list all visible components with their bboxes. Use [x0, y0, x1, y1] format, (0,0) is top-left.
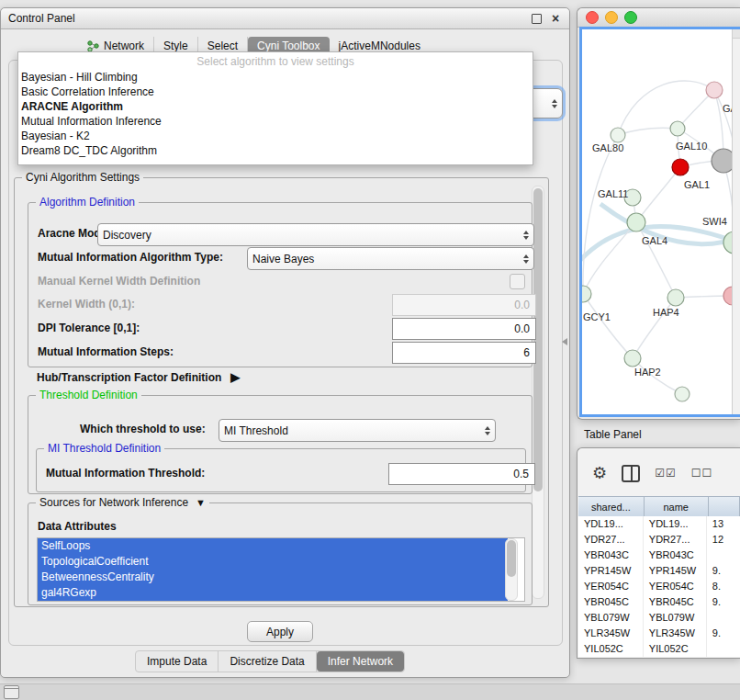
- combo-value: Discovery: [103, 229, 151, 242]
- attributes-scrollbar-thumb[interactable]: [507, 540, 516, 577]
- column-header-cut[interactable]: [709, 497, 740, 517]
- dpi-tolerance-field[interactable]: 0.0: [392, 318, 536, 340]
- tab-label: Discretize Data: [230, 655, 304, 668]
- minimize-button[interactable]: [605, 11, 618, 24]
- cell: 9.: [707, 626, 740, 641]
- tab-discretize-data[interactable]: Discretize Data: [219, 651, 316, 672]
- cell: [707, 610, 740, 626]
- group-title: Threshold Definition: [36, 389, 141, 401]
- aracne-mode-combo[interactable]: Discovery: [97, 223, 534, 246]
- attribute-item-selected[interactable]: SelfLoops: [38, 538, 508, 554]
- algorithm-dropdown-menu: Select algorithm to view settings Bayesi…: [17, 51, 533, 165]
- network-canvas[interactable]: GAL80 GAL10 GAL11 GAL1 SWI4 GAL4 GCY1 HA…: [579, 27, 740, 417]
- columns-icon[interactable]: [622, 465, 640, 482]
- attributes-scrollbar[interactable]: [505, 538, 518, 601]
- network-node[interactable]: [670, 121, 685, 136]
- cell: YER054C: [578, 579, 644, 594]
- menu-item[interactable]: Basic Correlation Inference: [18, 85, 533, 99]
- bottom-scroll-strip[interactable]: [0, 683, 740, 700]
- manual-kernel-label: Manual Kernel Width Definition: [38, 275, 200, 288]
- network-node-highlighted[interactable]: [672, 159, 689, 175]
- sources-section-toggle[interactable]: Sources for Network Inference ▼: [36, 496, 209, 509]
- settings-scrollbar-thumb[interactable]: [533, 188, 543, 491]
- network-node[interactable]: [611, 128, 625, 142]
- tab-label: Cyni Toolbox: [257, 40, 320, 52]
- scroll-up-arrow[interactable]: [733, 29, 740, 39]
- cell: 8.: [707, 579, 740, 594]
- column-header-name[interactable]: name: [645, 497, 709, 517]
- tab-label: Select: [207, 40, 238, 52]
- node-label: GAL1: [684, 179, 710, 190]
- attribute-item-selected[interactable]: gal4RGexp: [38, 585, 508, 601]
- table-row[interactable]: YIL052C YIL052C: [578, 641, 740, 657]
- hub-tf-section-toggle[interactable]: Hub/Transcription Factor Definition ▶: [37, 370, 240, 384]
- tab-impute-data[interactable]: Impute Data: [136, 651, 219, 672]
- network-scrollbar[interactable]: [732, 29, 740, 414]
- cell: [707, 641, 740, 657]
- network-node[interactable]: [667, 289, 684, 306]
- attribute-item-selected[interactable]: TopologicalCoefficient: [38, 554, 508, 570]
- zoom-button[interactable]: [624, 11, 637, 24]
- tab-label: jActiveMNodules: [339, 40, 420, 52]
- field-value: 0.0: [514, 322, 530, 335]
- menu-item[interactable]: Mutual Information Inference: [18, 114, 533, 129]
- cell: [707, 548, 740, 563]
- menu-item-selected[interactable]: ARACNE Algorithm: [18, 99, 533, 114]
- table-row[interactable]: YPR145W YPR145W 9.: [578, 563, 740, 579]
- menu-item[interactable]: Bayesian - Hill Climbing: [18, 70, 533, 85]
- data-attributes-label: Data Attributes: [38, 520, 117, 533]
- node-label: GAL11: [598, 188, 628, 199]
- menu-item[interactable]: Bayesian - K2: [18, 129, 533, 143]
- cell: YER054C: [644, 579, 707, 594]
- network-icon: [87, 40, 99, 52]
- cell: YDR27...: [644, 532, 707, 548]
- network-node[interactable]: [706, 82, 723, 98]
- cell: YLR345W: [644, 626, 707, 641]
- network-node[interactable]: [627, 213, 645, 231]
- deselect-all-checkboxes-icon[interactable]: ☐☐: [691, 467, 713, 480]
- mi-type-label: Mutual Information Algorithm Type:: [38, 251, 223, 264]
- network-node[interactable]: [675, 387, 690, 401]
- apply-label: Apply: [266, 626, 294, 638]
- table-row[interactable]: YDL19... YDL19... 13: [578, 516, 740, 532]
- table-row[interactable]: YDR27... YDR27... 12: [578, 532, 740, 548]
- cell: YPR145W: [578, 563, 644, 579]
- mi-threshold-field[interactable]: 0.5: [388, 463, 535, 485]
- field-value: 0.5: [513, 468, 529, 480]
- collapse-down-icon: ▼: [196, 497, 206, 508]
- select-all-checkboxes-icon[interactable]: ☑☑: [655, 467, 677, 480]
- table-row[interactable]: YBR043C YBR043C: [578, 548, 740, 563]
- mi-type-combo[interactable]: Naive Bayes: [247, 247, 534, 270]
- gear-icon[interactable]: ⚙: [592, 463, 607, 483]
- kernel-width-field[interactable]: 0.0: [392, 294, 536, 316]
- table-row[interactable]: YBR045C YBR045C 9.: [578, 594, 740, 610]
- apply-button[interactable]: Apply: [247, 621, 313, 642]
- sources-title: Sources for Network Inference: [39, 496, 188, 509]
- column-header-shared-name[interactable]: shared...: [578, 497, 645, 517]
- attribute-item-selected[interactable]: BetweennessCentrality: [38, 570, 508, 585]
- splitter-collapse-handle[interactable]: [562, 338, 567, 345]
- cell: YDR27...: [578, 532, 644, 548]
- manual-kernel-checkbox[interactable]: [510, 274, 525, 289]
- network-node[interactable]: [582, 286, 591, 302]
- window-title: Control Panel: [8, 12, 75, 25]
- float-window-button[interactable]: [530, 12, 543, 25]
- control-panel-window: Control Panel × Network Style Select Cyn…: [0, 7, 570, 678]
- cell: YBR043C: [578, 548, 644, 563]
- node-label: SWI4: [702, 216, 727, 227]
- network-node[interactable]: [624, 350, 641, 367]
- which-threshold-combo[interactable]: MI Threshold: [219, 419, 496, 442]
- tab-infer-network[interactable]: Infer Network: [317, 651, 404, 672]
- close-button[interactable]: [586, 11, 599, 24]
- cell: YDL19...: [578, 516, 644, 532]
- table-row[interactable]: YBL079W YBL079W: [578, 610, 740, 626]
- close-panel-button[interactable]: ×: [549, 12, 562, 25]
- mi-steps-field[interactable]: 6: [392, 342, 536, 364]
- kernel-width-label: Kernel Width (0,1):: [38, 298, 135, 310]
- minimized-panel-icon[interactable]: [4, 685, 19, 699]
- cell: YIL052C: [644, 641, 707, 657]
- menu-item[interactable]: Dream8 DC_TDC Algorithm: [18, 143, 533, 158]
- table-row[interactable]: YER054C YER054C 8.: [578, 579, 740, 594]
- table-row[interactable]: YLR345W YLR345W 9.: [578, 626, 740, 641]
- combo-value: Naive Bayes: [252, 253, 314, 265]
